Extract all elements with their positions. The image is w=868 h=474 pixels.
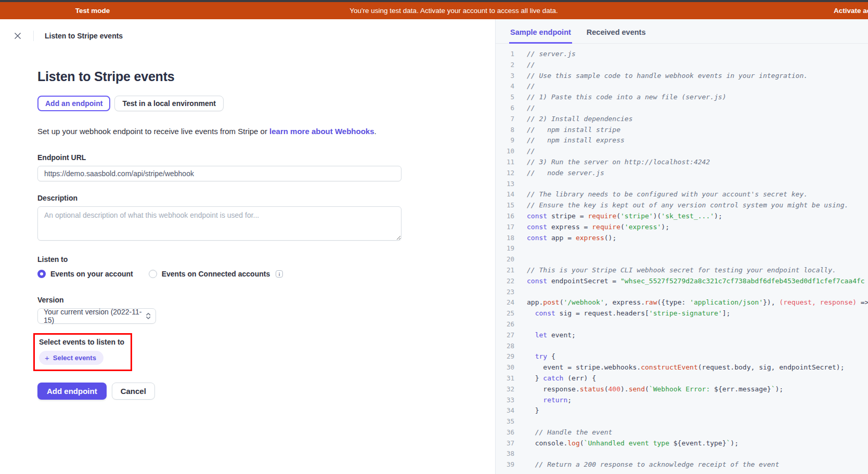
radio-events-on-account[interactable]: Events on your account	[37, 270, 133, 278]
line-number: 17	[496, 222, 514, 233]
code-line: 22const endpointSecret = "whsec_5527f527…	[496, 276, 868, 287]
close-icon	[14, 32, 21, 40]
code-pane-tabs: Sample endpoint Received events	[496, 19, 868, 44]
line-number: 35	[496, 416, 514, 427]
code-line: 19	[496, 243, 868, 254]
code-line: 38	[496, 449, 868, 459]
webhooks-link[interactable]: learn more about Webhooks	[269, 127, 374, 136]
line-number: 31	[496, 373, 514, 384]
line-number: 26	[496, 319, 514, 330]
code-line: 30 event = stripe.webhooks.constructEven…	[496, 362, 868, 373]
code-line: 35	[496, 416, 868, 427]
add-endpoint-tab[interactable]: Add an endpoint	[37, 96, 110, 111]
code-line: 3// Use this sample code to handle webho…	[496, 71, 868, 82]
code-line: 15// Ensure the key is kept out of any v…	[496, 200, 868, 211]
line-number: 34	[496, 405, 514, 416]
line-number: 23	[496, 287, 514, 298]
line-number: 16	[496, 211, 514, 222]
line-number: 32	[496, 384, 514, 395]
radio-events-connected-accounts-label: Events on Connected accounts	[162, 270, 270, 278]
tab-sample-endpoint[interactable]: Sample endpoint	[509, 19, 572, 44]
code-line: 39 // Return a 200 response to acknowled…	[496, 459, 868, 470]
code-line: 32 response.status(400).send(`Webhook Er…	[496, 384, 868, 395]
listen-to-options: Events on your account Events on Connect…	[37, 270, 401, 278]
code-line: 33 return;	[496, 395, 868, 406]
description-textarea[interactable]	[37, 206, 401, 241]
radio-events-on-account-label: Events on your account	[50, 270, 133, 278]
line-number: 9	[496, 135, 514, 146]
radio-selected-icon[interactable]	[37, 270, 46, 278]
select-events-button-label: Select events	[53, 354, 96, 362]
line-number: 30	[496, 362, 514, 373]
line-number: 3	[496, 71, 514, 82]
tab-received-events[interactable]: Received events	[586, 19, 647, 44]
line-number: 29	[496, 351, 514, 362]
line-number: 39	[496, 459, 514, 470]
code-line: 7// 2) Install dependencies	[496, 114, 868, 125]
banner-message: You're using test data. Activate your ac…	[20, 2, 868, 19]
code-block: 1// server.js2//3// Use this sample code…	[496, 44, 868, 470]
test-mode-banner: Test mode You're using test data. Activa…	[0, 2, 868, 19]
form-actions: Add endpoint Cancel	[37, 383, 401, 400]
line-number: 21	[496, 265, 514, 276]
code-line: 23	[496, 287, 868, 298]
line-number: 8	[496, 125, 514, 136]
code-line: 4//	[496, 81, 868, 92]
line-number: 24	[496, 297, 514, 308]
listen-to-label: Listen to	[37, 255, 401, 264]
code-line: 13	[496, 179, 868, 190]
code-line: 20	[496, 254, 868, 265]
code-line: 11// 3) Run the server on http://localho…	[496, 157, 868, 168]
version-select[interactable]: Your current version (2022-11-15)	[37, 308, 156, 324]
code-line: 16const stripe = require('stripe')('sk_t…	[496, 211, 868, 222]
line-number: 36	[496, 427, 514, 438]
code-line: 24app.post('/webhook', express.raw({type…	[496, 297, 868, 308]
code-line: 37 console.log(`Unhandled event type ${e…	[496, 438, 868, 449]
line-number: 38	[496, 449, 514, 459]
code-line: 29 try {	[496, 351, 868, 362]
intro-text-suffix: .	[374, 127, 377, 136]
line-number: 4	[496, 81, 514, 92]
code-line: 26	[496, 319, 868, 330]
code-line: 27 let event;	[496, 330, 868, 341]
line-number: 13	[496, 179, 514, 190]
code-line: 25 const sig = request.headers['stripe-s…	[496, 308, 868, 319]
dialog-header: Listen to Stripe events	[0, 19, 495, 41]
webhook-form-pane: Listen to Stripe events Listen to Stripe…	[0, 19, 495, 474]
info-icon[interactable]: i	[276, 270, 283, 278]
code-lines: 1// server.js2//3// Use this sample code…	[496, 49, 868, 470]
line-number: 25	[496, 308, 514, 319]
line-number: 33	[496, 395, 514, 406]
endpoint-url-input[interactable]	[37, 166, 401, 181]
close-button[interactable]	[13, 31, 22, 41]
code-line: 17const express = require('express');	[496, 222, 868, 233]
version-label: Version	[37, 296, 401, 304]
line-number: 28	[496, 341, 514, 352]
radio-unselected-icon[interactable]	[149, 270, 157, 278]
code-line: 8// npm install stripe	[496, 125, 868, 136]
code-line: 9// npm install express	[496, 135, 868, 146]
code-line: 10//	[496, 146, 868, 157]
line-number: 11	[496, 157, 514, 168]
line-number: 1	[496, 49, 514, 60]
line-number: 7	[496, 114, 514, 125]
page-title: Listen to Stripe events	[45, 32, 123, 40]
sample-code-pane: Sample endpoint Received events 1// serv…	[495, 19, 868, 474]
select-events-button[interactable]: + Select events	[39, 351, 103, 365]
cancel-button[interactable]: Cancel	[112, 383, 155, 400]
code-line: 2//	[496, 60, 868, 71]
test-local-environment-tab[interactable]: Test in a local environment	[114, 96, 223, 111]
add-endpoint-button[interactable]: Add endpoint	[37, 383, 107, 400]
select-events-label: Select events to listen to	[39, 338, 124, 346]
line-number: 27	[496, 330, 514, 341]
line-number: 6	[496, 103, 514, 114]
description-label: Description	[37, 194, 401, 202]
line-number: 20	[496, 254, 514, 265]
code-line: 31 } catch (err) {	[496, 373, 868, 384]
line-number: 14	[496, 189, 514, 200]
events-section-highlight: Select events to listen to + Select even…	[33, 333, 132, 371]
radio-events-connected-accounts[interactable]: Events on Connected accounts i	[149, 270, 283, 278]
code-line: 12// node server.js	[496, 168, 868, 179]
activate-account-button[interactable]: Activate account	[834, 2, 868, 19]
code-line: 36 // Handle the event	[496, 427, 868, 438]
